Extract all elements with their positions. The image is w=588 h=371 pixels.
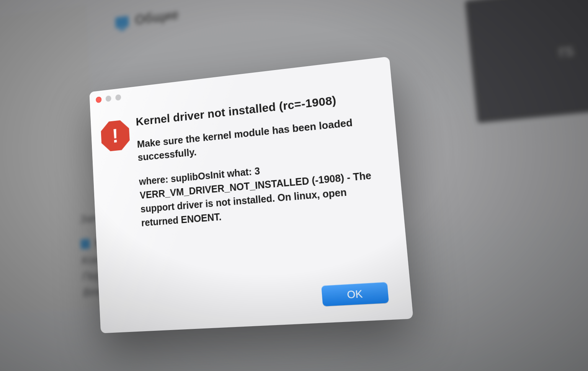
error-dialog: ! Kernel driver not installed (rc=-1908)… — [89, 57, 413, 334]
window-traffic-lights — [96, 94, 121, 103]
preview-text: rs — [557, 41, 575, 61]
minimize-window-button[interactable] — [106, 95, 111, 102]
monitor-icon — [115, 16, 129, 28]
zoom-window-button[interactable] — [115, 94, 121, 101]
preview-panel: rs — [465, 0, 588, 123]
error-glyph: ! — [112, 124, 119, 147]
error-icon: ! — [101, 119, 130, 152]
storage-icon — [80, 239, 90, 249]
close-window-button[interactable] — [96, 96, 101, 103]
section-general: Общие — [115, 7, 179, 31]
section-general-label: Общие — [134, 7, 179, 28]
